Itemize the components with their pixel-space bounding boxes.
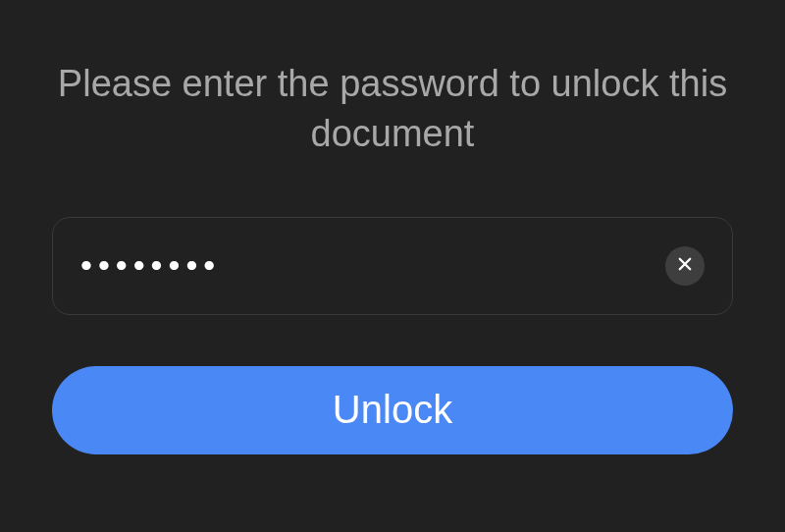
password-input-container[interactable]: •••••••• [52, 217, 733, 315]
unlock-button[interactable]: Unlock [52, 366, 733, 454]
clear-password-button[interactable] [665, 246, 705, 286]
unlock-prompt-text: Please enter the password to unlock this… [49, 59, 736, 160]
password-field[interactable]: •••••••• [80, 246, 665, 285]
close-icon [676, 255, 694, 276]
